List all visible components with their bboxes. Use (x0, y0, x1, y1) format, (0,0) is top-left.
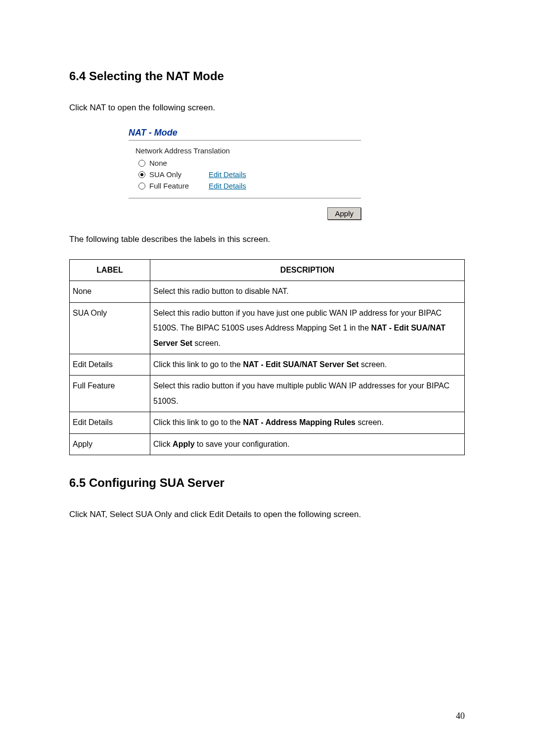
nat-mode-panel: NAT - Mode Network Address Translation N… (129, 128, 361, 220)
table-cell-label: Edit Details (70, 354, 150, 375)
radio-row-sua-only[interactable]: SUA Only Edit Details (138, 170, 361, 179)
table-cell-description: Select this radio button to disable NAT. (150, 281, 465, 302)
table-cell-description: Click this link to go to the NAT - Edit … (150, 354, 465, 375)
table-cell-label: None (70, 281, 150, 302)
section-6-5-intro: Click NAT, Select SUA Only and click Edi… (69, 510, 465, 520)
table-cell-label: Full Feature (70, 376, 150, 412)
divider (129, 198, 361, 198)
table-row: NoneSelect this radio button to disable … (70, 281, 465, 302)
divider (129, 140, 361, 141)
edit-details-link-full[interactable]: Edit Details (209, 182, 246, 190)
section-heading-6-4: 6.4 Selecting the NAT Mode (69, 69, 465, 83)
table-cell-description: Click this link to go to the NAT - Addre… (150, 412, 465, 433)
radio-none-icon[interactable] (138, 160, 145, 167)
radio-sua-only-label: SUA Only (149, 170, 209, 179)
edit-details-link-sua[interactable]: Edit Details (209, 170, 246, 179)
table-header-label: LABEL (70, 260, 150, 281)
radio-sua-only-icon[interactable] (138, 171, 145, 178)
nat-mode-title: NAT - Mode (129, 128, 361, 138)
labels-description-table: LABEL DESCRIPTION NoneSelect this radio … (69, 259, 465, 455)
radio-full-feature-label: Full Feature (149, 182, 209, 190)
table-cell-description: Click Apply to save your configuration. (150, 433, 465, 455)
table-row: Edit DetailsClick this link to go to the… (70, 412, 465, 433)
section-heading-6-5: 6.5 Configuring SUA Server (69, 476, 465, 490)
apply-button[interactable]: Apply (327, 207, 361, 220)
table-row: ApplyClick Apply to save your configurat… (70, 433, 465, 455)
table-row: SUA OnlySelect this radio button if you … (70, 302, 465, 354)
page-number: 40 (456, 711, 465, 721)
table-cell-description: Select this radio button if you have jus… (150, 302, 465, 354)
table-header-description: DESCRIPTION (150, 260, 465, 281)
section-6-4-intro: Click NAT to open the following screen. (69, 103, 465, 113)
table-cell-label: Apply (70, 433, 150, 455)
radio-none-label: None (149, 159, 209, 167)
table-row: Edit DetailsClick this link to go to the… (70, 354, 465, 375)
radio-full-feature-icon[interactable] (138, 183, 145, 189)
radio-row-none[interactable]: None (138, 159, 361, 167)
nat-group-label: Network Address Translation (135, 146, 361, 155)
table-cell-label: SUA Only (70, 302, 150, 354)
table-cell-label: Edit Details (70, 412, 150, 433)
table-cell-description: Select this radio button if you have mul… (150, 376, 465, 412)
radio-row-full-feature[interactable]: Full Feature Edit Details (138, 182, 361, 190)
table-row: Full FeatureSelect this radio button if … (70, 376, 465, 412)
table-intro: The following table describes the labels… (69, 235, 465, 244)
